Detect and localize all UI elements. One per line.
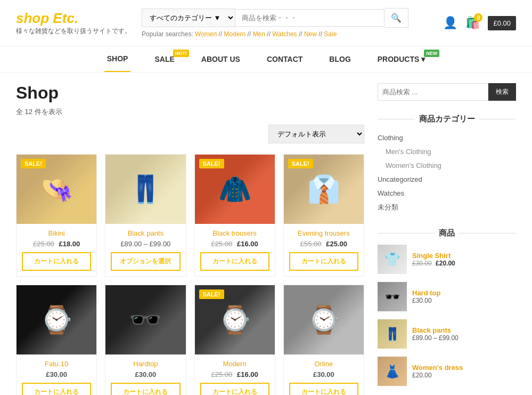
product-name[interactable]: Bikini: [22, 229, 91, 237]
logo-subtitle: 様々な雑貨などを取り扱うサイトです。: [16, 27, 131, 36]
category-link-uncategorized-jp[interactable]: 未分類: [378, 203, 398, 211]
nav-item-sale[interactable]: SALE HOT!: [152, 47, 177, 71]
product-name[interactable]: Modern: [200, 360, 269, 368]
products-badge: NEW: [424, 50, 439, 57]
sale-badge: SALE!: [21, 159, 46, 168]
product-name[interactable]: Black pants: [111, 229, 180, 237]
product-name[interactable]: Hardtop: [111, 360, 180, 368]
product-name[interactable]: Fatu.10: [22, 360, 91, 368]
product-card: SALE! 🧥 Black trousers £25.00 £16.00 カート…: [194, 154, 275, 277]
search-button[interactable]: 🔍: [384, 8, 408, 28]
header-icons: 👤 🛍️ 0 £0.00: [443, 16, 516, 30]
category-link-mens[interactable]: Men's Clothing: [386, 148, 431, 156]
header: shop Etc. 様々な雑貨などを取り扱うサイトです。 すべてのカテゴリー ▼…: [0, 0, 532, 46]
nav-item-blog[interactable]: BLOG: [326, 47, 353, 71]
sidebar-categories-title: 商品カテゴリー: [378, 114, 516, 124]
shop-content: Shop 全 12 件を表示 デフォルト表示 価格の安い順 価格の高い順 新着順…: [16, 83, 364, 395]
product-grid: SALE! 👒 Bikini £25.00 £18.00 カートに入れる 👖: [16, 154, 364, 395]
product-card: ⌚ Orline £30.00 カートに入れる: [283, 285, 364, 395]
select-options-button[interactable]: オプションを選択: [111, 252, 180, 271]
sale-badge: SALE!: [199, 159, 224, 168]
sidebar-product-price: £30.00 £20.00: [412, 260, 455, 267]
sidebar-product-black-pants: 👖 Black pants £89.00 – £99.00: [378, 319, 516, 349]
sidebar-product-price: £30.00: [412, 297, 440, 304]
product-price: £30.00: [111, 370, 180, 378]
cart-badge: 0: [474, 13, 482, 22]
navigation: SHOP SALE HOT! ABOUT US CONTACT BLOG PRO…: [0, 46, 532, 72]
product-price: £89.00 – £99.00: [111, 240, 180, 248]
sidebar-search-button[interactable]: 検索: [488, 83, 516, 101]
sidebar-product-price: £20.00: [412, 372, 463, 379]
main-content: Shop 全 12 件を表示 デフォルト表示 価格の安い順 価格の高い順 新着順…: [0, 72, 532, 395]
category-link-womens[interactable]: Women's Clothing: [386, 162, 441, 170]
product-image-orline: ⌚: [284, 285, 364, 354]
sale-badge: HOT!: [173, 50, 189, 57]
add-to-cart-button[interactable]: カートに入れる: [22, 252, 91, 271]
sort-select[interactable]: デフォルト表示 価格の安い順 価格の高い順 新着順: [268, 125, 364, 143]
sidebar-product-name[interactable]: Single Shirt: [412, 252, 455, 260]
add-to-cart-button[interactable]: カートに入れる: [200, 383, 269, 395]
product-image-watch: ⌚: [17, 285, 96, 354]
product-image-black-trousers: SALE! 🧥: [195, 155, 275, 224]
category-select[interactable]: すべてのカテゴリー ▼: [142, 9, 235, 27]
sale-badge: SALE!: [199, 289, 224, 299]
add-to-cart-button[interactable]: カートに入れる: [289, 383, 358, 395]
popular-searches: Popular searches: Women // Modern // Men…: [142, 30, 432, 38]
product-image-modern: SALE! ⌚: [195, 285, 275, 354]
product-name[interactable]: Evening trousers: [289, 229, 358, 237]
sidebar-search-container: 検索: [378, 83, 516, 101]
product-price: £25.00 £18.00: [22, 240, 91, 248]
add-to-cart-button[interactable]: カートに入れる: [22, 383, 91, 395]
sidebar-product-image-womens-dress: 👗: [378, 357, 407, 386]
nav-item-shop[interactable]: SHOP: [104, 46, 131, 72]
product-price: £30.00: [22, 370, 91, 378]
add-to-cart-button[interactable]: カートに入れる: [289, 252, 358, 271]
sidebar-product-hard-top: 🕶️ Hard top £30.00: [378, 282, 516, 311]
product-card: 🕶️ Hardtop £30.00 カートに入れる: [105, 285, 186, 395]
product-price: £25.00 £16.00: [200, 370, 269, 378]
sidebar-product-name[interactable]: Black pants: [412, 326, 459, 334]
product-card: ⌚ Fatu.10 £30.00 カートに入れる: [16, 285, 97, 395]
sidebar-products-title: 商品: [378, 228, 516, 238]
search-area: すべてのカテゴリー ▼ 🔍 Popular searches: Women //…: [142, 8, 432, 38]
product-name[interactable]: Orline: [289, 360, 358, 368]
add-to-cart-button[interactable]: カートに入れる: [200, 252, 269, 271]
sidebar-product-name[interactable]: Hard top: [412, 289, 440, 297]
sidebar-product-womens-dress: 👗 Women's dress £20.00: [378, 357, 516, 386]
search-input[interactable]: [235, 9, 384, 27]
category-link-watches[interactable]: Watches: [378, 189, 404, 197]
account-icon-button[interactable]: 👤: [443, 16, 457, 30]
product-image-black-pants: 👖: [105, 155, 185, 224]
nav-item-products[interactable]: PRODUCTS ▾ NEW: [375, 47, 428, 71]
sidebar: 検索 商品カテゴリー Clothing Men's Clothing Women…: [378, 83, 516, 395]
category-link-uncategorized[interactable]: Uncategorized: [378, 175, 422, 183]
product-image-bikini: SALE! 👒: [17, 155, 96, 224]
cart-icon-button[interactable]: 🛍️ 0: [465, 16, 480, 30]
sidebar-product-single-shirt: 👕 Single Shirt £30.00 £20.00: [378, 245, 516, 274]
sidebar-product-image-black-pants: 👖: [378, 319, 407, 349]
product-name[interactable]: Black trousers: [200, 229, 269, 237]
product-image-evening-trousers: SALE! 👔: [284, 155, 364, 224]
sidebar-product-info: Single Shirt £30.00 £20.00: [412, 252, 455, 267]
sidebar-product-image-single-shirt: 👕: [378, 245, 407, 274]
product-card: SALE! 👒 Bikini £25.00 £18.00 カートに入れる: [16, 154, 97, 277]
nav-item-contact[interactable]: CONTACT: [264, 47, 305, 71]
sidebar-product-info: Women's dress £20.00: [412, 364, 463, 379]
sidebar-product-price: £89.00 – £99.00: [412, 334, 459, 342]
sidebar-product-image-hard-top: 🕶️: [378, 282, 407, 311]
nav-item-about[interactable]: ABOUT US: [199, 47, 243, 71]
logo-title[interactable]: shop Etc.: [16, 10, 131, 27]
sidebar-product-name[interactable]: Women's dress: [412, 364, 463, 372]
sidebar-product-info: Hard top £30.00: [412, 289, 440, 304]
product-card: SALE! 👔 Evening trousers £55.00 £25.00 カ…: [283, 154, 364, 277]
product-card: SALE! ⌚ Modern £25.00 £16.00 カートに入れる: [194, 285, 275, 395]
cart-price-button[interactable]: £0.00: [488, 16, 516, 30]
category-list: Clothing Men's Clothing Women's Clothing…: [378, 131, 516, 215]
sidebar-search-input[interactable]: [378, 83, 488, 101]
category-link-clothing[interactable]: Clothing: [378, 134, 403, 142]
product-price: £55.00 £25.00: [289, 240, 358, 248]
add-to-cart-button[interactable]: カートに入れる: [111, 383, 180, 395]
sidebar-product-info: Black pants £89.00 – £99.00: [412, 326, 459, 342]
shop-title: Shop: [16, 83, 364, 103]
shop-count: 全 12 件を表示: [16, 107, 364, 117]
